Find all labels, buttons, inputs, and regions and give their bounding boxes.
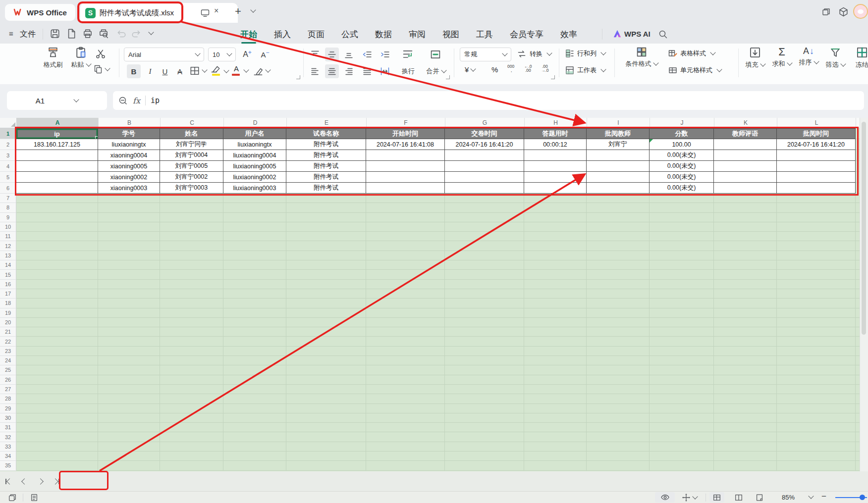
distributed-button[interactable]	[378, 64, 392, 78]
cell-I16[interactable]	[587, 280, 650, 289]
decrease-decimal-button[interactable]: .00→.0	[541, 64, 549, 72]
tab-data[interactable]: 数据	[375, 29, 392, 40]
cell-K18[interactable]	[714, 299, 777, 308]
cell-F13[interactable]	[366, 251, 445, 260]
conditional-format-button[interactable]: 条件格式	[618, 46, 665, 68]
col-header-L[interactable]: L	[777, 118, 856, 128]
cell-A22[interactable]	[16, 337, 98, 346]
cell-F33[interactable]	[366, 442, 445, 452]
vertical-scrollbar[interactable]	[860, 118, 868, 471]
cell-L7[interactable]	[777, 194, 856, 203]
cell-E28[interactable]	[286, 394, 366, 403]
row-header-27[interactable]: 27	[0, 385, 16, 394]
print-preview-icon[interactable]	[98, 28, 109, 39]
cell-D3[interactable]: liuxiaoning0004	[223, 150, 286, 161]
cell-F10[interactable]	[366, 222, 445, 232]
row-header-8[interactable]: 8	[0, 203, 16, 212]
row-header-13[interactable]: 13	[0, 251, 16, 260]
cell-K35[interactable]	[714, 461, 777, 470]
cell-D4[interactable]: liuxiaoning0005	[223, 161, 286, 172]
cell-E18[interactable]	[286, 299, 366, 308]
row-header-20[interactable]: 20	[0, 318, 16, 327]
search-function-icon[interactable]	[118, 96, 128, 105]
cell-F22[interactable]	[366, 337, 445, 346]
cell-D30[interactable]	[223, 413, 286, 423]
cell-E16[interactable]	[286, 280, 366, 289]
cell-A29[interactable]	[16, 404, 98, 413]
cell-L20[interactable]	[777, 318, 856, 327]
col-header-C[interactable]: C	[161, 118, 224, 128]
cell-I18[interactable]	[587, 299, 650, 308]
cell-C28[interactable]	[160, 394, 223, 403]
cell-G11[interactable]	[445, 232, 524, 241]
cell-G31[interactable]	[445, 423, 524, 432]
cell-H7[interactable]	[524, 194, 587, 203]
cell-I10[interactable]	[587, 222, 650, 232]
filter-button[interactable]: 筛选	[822, 46, 848, 69]
cell-D22[interactable]	[223, 337, 286, 346]
cell-A8[interactable]	[16, 203, 98, 212]
zoom-chevron-icon[interactable]	[808, 493, 814, 499]
row-header-23[interactable]: 23	[0, 347, 16, 356]
cell-F16[interactable]	[366, 280, 445, 289]
row-header-30[interactable]: 30	[0, 413, 16, 423]
row-header-28[interactable]: 28	[0, 394, 16, 403]
cell-C17[interactable]	[160, 289, 223, 299]
row-header-35[interactable]: 35	[0, 461, 16, 470]
row-header-9[interactable]: 9	[0, 213, 16, 222]
cell-G28[interactable]	[445, 394, 524, 403]
cell-K23[interactable]	[714, 347, 777, 356]
cell-B24[interactable]	[98, 356, 160, 365]
cell-G6[interactable]	[445, 183, 524, 194]
font-color-button[interactable]: A	[231, 64, 248, 77]
cell-J24[interactable]	[650, 356, 714, 365]
cell-E14[interactable]	[286, 260, 366, 270]
number-dialog-launcher[interactable]	[551, 75, 555, 79]
cell-C1[interactable]: 姓名	[160, 128, 223, 139]
cell-I25[interactable]	[587, 365, 650, 375]
cell-L6[interactable]	[777, 183, 856, 194]
cell-J28[interactable]	[650, 394, 714, 403]
cell-C22[interactable]	[160, 337, 223, 346]
screen-share-icon[interactable]	[200, 8, 210, 18]
view-page-button[interactable]	[752, 492, 767, 503]
font-dialog-launcher[interactable]	[296, 75, 300, 79]
cell-C9[interactable]	[160, 213, 223, 222]
cell-F20[interactable]	[366, 318, 445, 327]
currency-format-button[interactable]: ¥	[465, 65, 475, 74]
cell-K27[interactable]	[714, 385, 777, 394]
cell-A17[interactable]	[16, 289, 98, 299]
cell-D26[interactable]	[223, 375, 286, 385]
cell-C7[interactable]	[160, 194, 223, 203]
cell-J17[interactable]	[650, 289, 714, 299]
row-header-34[interactable]: 34	[0, 452, 16, 461]
formula-input[interactable]: fx ip	[113, 91, 864, 110]
row-header-6[interactable]: 6	[0, 183, 16, 194]
cell-C26[interactable]	[160, 375, 223, 385]
cell-B18[interactable]	[98, 299, 160, 308]
cell-D20[interactable]	[223, 318, 286, 327]
cell-B17[interactable]	[98, 289, 160, 299]
cell-C15[interactable]	[160, 270, 223, 279]
cell-J20[interactable]	[650, 318, 714, 327]
cell-I27[interactable]	[587, 385, 650, 394]
tab-member[interactable]: 会员专享	[510, 29, 543, 40]
cell-L22[interactable]	[777, 337, 856, 346]
cell-G2[interactable]: 2024-07-16 16:41:20	[445, 139, 524, 150]
row-header-31[interactable]: 31	[0, 423, 16, 432]
cell-F23[interactable]	[366, 347, 445, 356]
cell-E13[interactable]	[286, 251, 366, 260]
cell-F31[interactable]	[366, 423, 445, 432]
cell-B21[interactable]	[98, 327, 160, 337]
cell-A23[interactable]	[16, 347, 98, 356]
cell-I5[interactable]	[587, 172, 650, 183]
cell-H4[interactable]	[524, 161, 587, 172]
cell-L30[interactable]	[777, 413, 856, 423]
cell-K21[interactable]	[714, 327, 777, 337]
cell-K17[interactable]	[714, 289, 777, 299]
cell-I7[interactable]	[587, 194, 650, 203]
cell-G14[interactable]	[445, 260, 524, 270]
borders-button[interactable]	[189, 65, 207, 76]
cell-C21[interactable]	[160, 327, 223, 337]
cell-I29[interactable]	[587, 404, 650, 413]
